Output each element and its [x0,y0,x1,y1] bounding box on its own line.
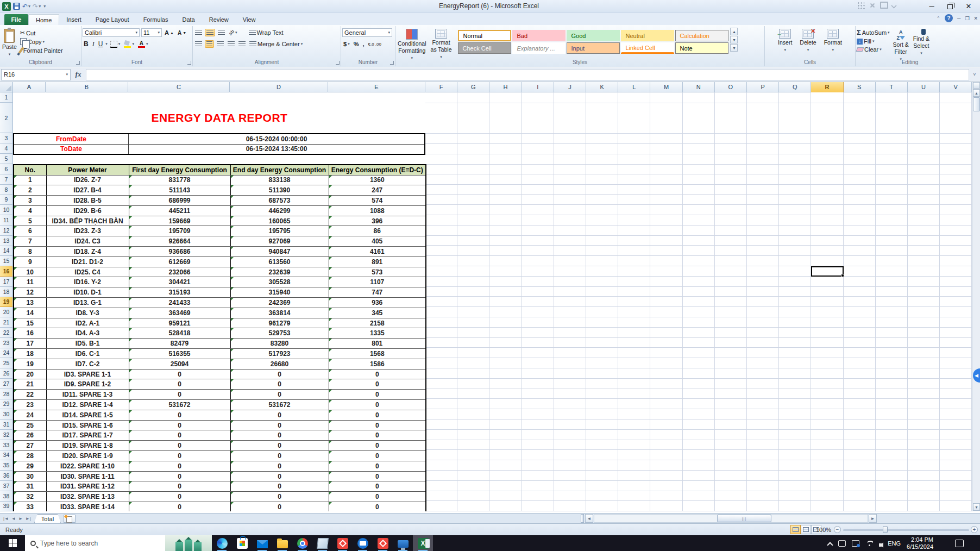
table-cell[interactable]: 17 [14,339,46,349]
table-cell[interactable]: 1586 [329,359,426,369]
doc-close-icon[interactable]: ✕ [973,16,978,21]
worksheet-grid[interactable]: ABCDEFGHIJKLMNOPQRSTUV 12345678910111213… [0,82,972,511]
explorer-taskbar-icon[interactable] [272,535,292,551]
h-split-handle[interactable] [581,514,584,523]
normal-view-button[interactable] [790,525,801,534]
format-as-table-button[interactable]: Formatas Table▾ [429,28,454,61]
table-cell[interactable]: 160065 [230,216,329,226]
column-header-M[interactable]: M [650,82,682,92]
align-right-button[interactable] [216,41,225,47]
table-cell[interactable]: 529753 [230,328,329,339]
column-header-T[interactable]: T [876,82,908,92]
customize-qat-button[interactable]: ▾ [43,4,46,9]
table-cell[interactable]: 0 [329,379,426,390]
table-cell[interactable]: 26 [14,430,46,441]
table-cell[interactable]: 0 [230,430,329,441]
h-scroll-thumb[interactable]: ||| [717,515,771,522]
comma-button[interactable]: , [361,40,365,48]
table-cell[interactable]: 30 [14,471,46,481]
table-cell[interactable]: ID17. SPARE 1-7 [46,430,129,441]
table-cell[interactable]: ID26. Z-7 [46,175,129,185]
table-cell[interactable]: 1 [14,175,46,185]
column-header-D[interactable]: D [230,82,328,92]
table-cell[interactable]: ID25. C4 [46,267,129,277]
vm-fullscreen-icon[interactable] [869,2,877,9]
row-header-24[interactable]: 24 [0,348,13,359]
table-cell[interactable]: 0 [329,502,426,512]
table-cell[interactable]: 0 [230,481,329,492]
row-header-33[interactable]: 33 [0,440,13,450]
cell-style-check-cell[interactable]: Check Cell [458,42,511,54]
table-cell[interactable]: 23 [14,400,46,410]
table-cell[interactable]: 833138 [230,175,329,185]
grow-font-button[interactable]: A▲ [164,29,175,36]
table-cell[interactable]: ID27. B-4 [46,185,129,196]
row-header-19[interactable]: 19 [0,297,13,308]
row-header-8[interactable]: 8 [0,185,13,195]
table-cell[interactable]: 0 [230,451,329,461]
table-cell[interactable]: ID24. C3 [46,236,129,247]
table-cell[interactable]: 16 [14,328,46,339]
table-cell[interactable]: 4161 [329,247,426,257]
font-size-select[interactable]: 11▾ [141,28,162,37]
table-cell[interactable]: 0 [329,390,426,400]
v-split-handle[interactable] [973,82,980,89]
table-cell[interactable]: ID5. B-1 [46,339,129,349]
language-indicator[interactable]: ENG [888,540,901,547]
table-cell[interactable]: 0 [129,410,230,420]
table-cell[interactable]: ID33. SPARE 1-14 [46,502,129,512]
vm-monitor-icon[interactable] [880,2,888,9]
excel-app-icon[interactable]: X [2,2,11,11]
column-header-V[interactable]: V [940,82,972,92]
autosum-button[interactable]: ΣAutoSum▾ [856,28,891,37]
undo-button[interactable]: ↶▾ [22,3,30,10]
row-header-22[interactable]: 22 [0,328,13,338]
teamviewer-taskbar-icon[interactable] [353,535,373,551]
gallery-up-icon[interactable]: ▲ [730,28,738,35]
table-column-header[interactable]: First day Energy Consumption [129,165,230,175]
column-header-J[interactable]: J [554,82,586,92]
wifi-icon[interactable] [865,541,873,546]
table-cell[interactable]: 936 [329,298,426,308]
table-cell[interactable]: 612669 [129,256,230,267]
castle-thumbnail-image[interactable] [165,535,212,551]
row-header-31[interactable]: 31 [0,419,13,430]
active-cell-R16[interactable] [811,266,843,277]
table-cell[interactable]: 5 [14,216,46,226]
alignment-dialog-launcher[interactable] [336,61,340,65]
table-cell[interactable]: 0 [230,492,329,502]
next-sheet-icon[interactable]: ► [18,516,23,521]
table-cell[interactable]: 0 [230,502,329,512]
table-cell[interactable]: 0 [129,481,230,492]
table-cell[interactable]: 26680 [230,359,329,369]
display-icon[interactable] [852,540,859,547]
table-cell[interactable]: 747 [329,287,426,298]
table-cell[interactable]: 15 [14,318,46,328]
first-sheet-icon[interactable]: |◄ [3,516,9,521]
table-cell[interactable]: ID4. A-3 [46,328,129,339]
insert-function-icon[interactable]: fx [71,70,86,79]
column-header-K[interactable]: K [586,82,618,92]
paste-button[interactable]: Paste▾ [0,28,19,58]
cut-button[interactable]: ✂Cut [19,29,64,37]
row-header-32[interactable]: 32 [0,430,13,440]
column-header-G[interactable]: G [457,82,489,92]
table-cell[interactable]: ID8. Y-3 [46,308,129,318]
zoom-in-icon[interactable]: + [971,526,978,533]
table-cell[interactable]: 531672 [230,400,329,410]
table-cell[interactable]: 10 [14,267,46,277]
table-cell[interactable]: 940847 [230,247,329,257]
ribbon-tab-formulas[interactable]: Formulas [136,14,175,25]
table-cell[interactable]: 686999 [129,196,230,206]
table-cell[interactable]: 24 [14,410,46,420]
table-cell[interactable]: 22 [14,390,46,400]
table-cell[interactable]: 0 [329,400,426,410]
column-header-N[interactable]: N [683,82,715,92]
table-cell[interactable]: 315940 [230,287,329,298]
table-cell[interactable]: 304421 [129,277,230,287]
table-cell[interactable]: 0 [329,492,426,502]
underline-button[interactable]: U [97,40,104,48]
row-header-2[interactable]: 2 [0,103,13,133]
table-cell[interactable]: 0 [230,420,329,430]
table-cell[interactable]: 936686 [129,247,230,257]
